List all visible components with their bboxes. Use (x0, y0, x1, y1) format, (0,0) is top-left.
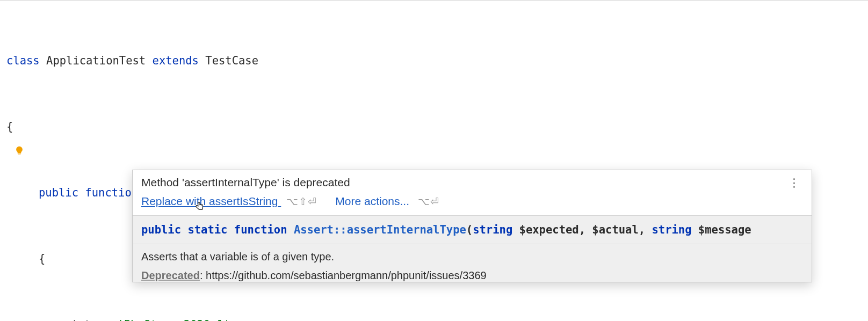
intention-bulb-icon[interactable] (14, 145, 25, 156)
popup-deprecated-row: Deprecated: https://github.com/sebastian… (133, 264, 812, 282)
popup-actions-row: Replace with assertIsString ⌥⇧⏎ More act… (133, 193, 812, 215)
quickfix-shortcut: ⌥⇧⏎ (286, 196, 317, 207)
operator: = (97, 318, 117, 321)
class-name: ApplicationTest (46, 54, 146, 67)
quickfix-label: Replace with assertIsString (141, 195, 278, 207)
sig-comma: , (579, 223, 592, 236)
keyword-extends: extends (153, 54, 199, 67)
base-class-name: TestCase (205, 54, 258, 67)
sig-keyword: public (141, 223, 181, 236)
sig-keyword: static (187, 223, 227, 236)
sig-param: $actual (592, 223, 638, 236)
editor-gutter (0, 1, 30, 321)
sig-paren: ( (466, 223, 473, 236)
keyword-function: function (85, 186, 138, 199)
popup-header: Method 'assertInternalType' is deprecate… (133, 170, 812, 193)
sig-type: string (473, 223, 512, 236)
code-line[interactable]: $str = 'PhpStorm 2020.1'; (6, 314, 868, 321)
brace-open: { (6, 120, 13, 133)
inspection-popup: Method 'assertInternalType' is deprecate… (132, 170, 812, 282)
string-literal: 'PhpStorm 2020.1' (117, 318, 230, 321)
popup-title: Method 'assertInternalType' is deprecate… (141, 176, 350, 189)
code-line[interactable]: { (6, 116, 868, 138)
variable: $str (71, 318, 97, 321)
code-line[interactable]: class ApplicationTest extends TestCase (6, 50, 868, 72)
more-actions-shortcut: ⌥⏎ (418, 196, 439, 207)
sig-method: assertInternalType (347, 223, 466, 236)
semicolon: ; (230, 318, 236, 321)
deprecated-url[interactable]: https://github.com/sebastianbergmann/php… (206, 269, 487, 281)
quickfix-link[interactable]: Replace with assertIsString (141, 195, 281, 207)
popup-doc-text: Asserts that a variable is of a given ty… (133, 244, 812, 264)
deprecated-label: Deprecated (141, 269, 200, 281)
more-actions-link[interactable]: More actions... (335, 195, 409, 207)
sig-keyword: function (234, 223, 287, 236)
keyword-public: public (39, 186, 78, 199)
keyword-class: class (6, 54, 40, 67)
popup-signature: public static function Assert::assertInt… (133, 215, 812, 244)
sig-type: string (652, 223, 691, 236)
deprecated-sep: : (200, 269, 206, 281)
brace-open: { (39, 252, 45, 265)
sig-param: $expected (519, 223, 579, 236)
sig-scope: :: (334, 223, 347, 236)
sig-class-ref: Assert (294, 223, 334, 236)
more-options-icon[interactable]: ⋯ (786, 176, 803, 189)
sig-param: $message (698, 223, 751, 236)
sig-comma: , (639, 223, 652, 236)
